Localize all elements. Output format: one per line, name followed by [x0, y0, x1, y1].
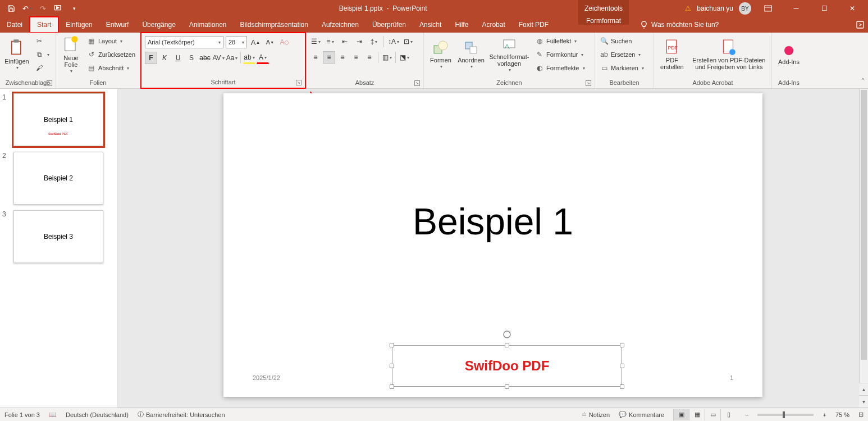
resize-handle[interactable] [390, 343, 394, 347]
zoom-slider[interactable] [757, 414, 814, 416]
shapes-button[interactable]: Formen▾ [427, 35, 454, 74]
slide-thumbnails[interactable]: 1 Beispiel 1 SwifDoo PDF 2 Beispiel 2 3 … [0, 89, 118, 408]
increase-font-button[interactable]: A▲ [249, 36, 262, 48]
line-spacing-button[interactable]: ‡▾ [368, 35, 380, 48]
text-direction-button[interactable]: ↕A▾ [387, 35, 400, 48]
format-painter-button[interactable]: 🖌 [34, 62, 51, 74]
shape-text[interactable]: SwifDoo PDF [465, 358, 550, 374]
thumb-item[interactable]: 2 Beispiel 2 [2, 152, 115, 205]
thumb-slide-2[interactable]: Beispiel 2 [13, 152, 103, 205]
outline-button[interactable]: ✎Formkontur▾ [534, 48, 586, 61]
thumb-slide-1[interactable]: Beispiel 1 SwifDoo PDF [13, 93, 103, 146]
zoom-out-button[interactable]: − [745, 411, 748, 418]
save-icon[interactable] [4, 2, 18, 15]
align-right-button[interactable]: ≡ [336, 51, 349, 64]
decrease-indent-button[interactable]: ⇤ [339, 35, 351, 48]
minimize-icon[interactable]: ─ [785, 2, 807, 15]
tab-formformat[interactable]: Formformat [578, 17, 629, 25]
numbering-button[interactable]: ≡▾ [324, 35, 336, 48]
sorter-view-icon[interactable]: ▦ [689, 409, 705, 420]
share-button[interactable] [856, 17, 865, 33]
tab-aufzeichnen[interactable]: Aufzeichnen [315, 17, 366, 33]
paste-button[interactable]: Einfügen ▾ [3, 35, 30, 74]
tell-me[interactable]: Was möchten Sie tun? [640, 17, 719, 33]
create-pdf-button[interactable]: PDFPDF erstellen [657, 35, 687, 74]
tab-start[interactable]: Start [29, 16, 59, 33]
ribbon-display-options-icon[interactable] [757, 2, 779, 15]
dialog-launcher-icon[interactable]: ↘ [296, 80, 301, 85]
resize-handle[interactable] [390, 364, 394, 368]
prev-slide-icon[interactable]: ▴ [859, 383, 868, 395]
clear-formatting-button[interactable]: A◇ [278, 36, 291, 48]
effects-button[interactable]: ◐Formeffekte▾ [534, 62, 586, 74]
layout-button[interactable]: ▦Layout▾ [86, 35, 136, 47]
tab-bildschirm[interactable]: Bildschirmpräsentation [234, 17, 315, 33]
align-left-button[interactable]: ≡ [309, 51, 322, 64]
strikethrough-button[interactable]: abc [199, 52, 211, 64]
dialog-launcher-icon[interactable]: ↘ [586, 80, 591, 86]
a11y-status[interactable]: ⓘBarrierefreiheit: Untersuchen [138, 410, 225, 419]
resize-handle[interactable] [620, 343, 624, 347]
create-share-pdf-button[interactable]: Erstellen von PDF-Dateien und Freigeben … [690, 35, 768, 74]
tab-datei[interactable]: Datei [0, 17, 29, 33]
find-button[interactable]: 🔍Suchen [599, 35, 645, 47]
distributed-button[interactable]: ≡ [363, 51, 376, 64]
avatar[interactable]: BY [739, 2, 751, 15]
dialog-launcher-icon[interactable]: ↘ [414, 80, 420, 86]
resize-handle[interactable] [620, 364, 624, 368]
comments-button[interactable]: 💬Kommentare [619, 411, 664, 418]
smartart-button[interactable]: ⬔▾ [398, 51, 410, 64]
bullets-button[interactable]: ☰▾ [309, 35, 322, 48]
reading-view-icon[interactable]: ▭ [705, 409, 720, 420]
align-text-button[interactable]: ⊡▾ [402, 35, 414, 48]
increase-indent-button[interactable]: ⇥ [353, 35, 366, 48]
change-case-button[interactable]: Aa▾ [226, 52, 238, 64]
tab-uebergaenge[interactable]: Übergänge [135, 17, 182, 33]
section-button[interactable]: ▤Abschnitt▾ [86, 62, 136, 74]
tab-einfuegen[interactable]: Einfügen [59, 17, 99, 33]
fill-button[interactable]: ◍Fülleffekt▾ [534, 35, 586, 47]
arrange-button[interactable]: Anordnen▾ [458, 35, 485, 74]
resize-handle[interactable] [505, 384, 509, 389]
start-from-beginning-icon[interactable] [52, 2, 65, 15]
new-slide-button[interactable]: Neue Folie▾ [60, 35, 83, 74]
replace-button[interactable]: abErsetzen▾ [599, 48, 645, 61]
next-slide-icon[interactable]: ▾ [859, 395, 868, 408]
quick-styles-button[interactable]: Schnellformat-vorlagen▾ [488, 35, 531, 74]
rotate-handle-icon[interactable] [502, 330, 511, 339]
zoom-in-button[interactable]: + [823, 411, 826, 418]
font-color-button[interactable]: A▾ [257, 52, 269, 64]
maximize-icon[interactable]: ☐ [813, 2, 835, 15]
columns-button[interactable]: ▥▾ [381, 51, 393, 64]
font-name-input[interactable]: Arial (Textkörper)▾ [145, 36, 223, 48]
qat-customize-icon[interactable]: ▾ [67, 2, 81, 15]
char-spacing-button[interactable]: AV▾ [212, 52, 225, 64]
thumb-item[interactable]: 1 Beispiel 1 SwifDoo PDF [2, 93, 115, 146]
tab-entwurf[interactable]: Entwurf [99, 17, 136, 33]
slide-title[interactable]: Beispiel 1 [223, 200, 762, 243]
addins-button[interactable]: Add-Ins [775, 35, 802, 74]
slideshow-view-icon[interactable]: ▯ [720, 409, 736, 420]
decrease-font-button[interactable]: A▼ [264, 36, 276, 48]
shadow-button[interactable]: S [185, 52, 198, 64]
tab-animationen[interactable]: Animationen [182, 17, 234, 33]
notes-button[interactable]: ≐Notizen [582, 411, 610, 418]
slide-counter[interactable]: Folie 1 von 3 [4, 411, 40, 418]
resize-handle[interactable] [390, 384, 394, 389]
tab-ueberpruefen[interactable]: Überprüfen [366, 17, 413, 33]
tab-ansicht[interactable]: Ansicht [413, 17, 448, 33]
tab-foxit[interactable]: Foxit PDF [512, 17, 555, 33]
redo-icon[interactable]: ↷ [36, 2, 49, 15]
copy-button[interactable]: ⧉▾ [34, 48, 51, 61]
selected-text-box[interactable]: SwifDoo PDF [392, 345, 622, 387]
dialog-launcher-icon[interactable]: ↘ [47, 80, 52, 86]
thumb-slide-3[interactable]: Beispiel 3 [13, 210, 103, 263]
reset-button[interactable]: ↺Zurücksetzen [86, 48, 136, 61]
vertical-scrollbar[interactable] [859, 89, 868, 408]
underline-button[interactable]: U [172, 52, 184, 64]
align-center-button[interactable]: ≡ [323, 51, 335, 64]
resize-handle[interactable] [505, 343, 509, 347]
slide-canvas[interactable]: Beispiel 1 2025/1/22 1 SwifDoo PDF [223, 93, 762, 397]
collapse-ribbon-icon[interactable]: ˄ [861, 78, 865, 85]
italic-button[interactable]: K [158, 52, 171, 64]
